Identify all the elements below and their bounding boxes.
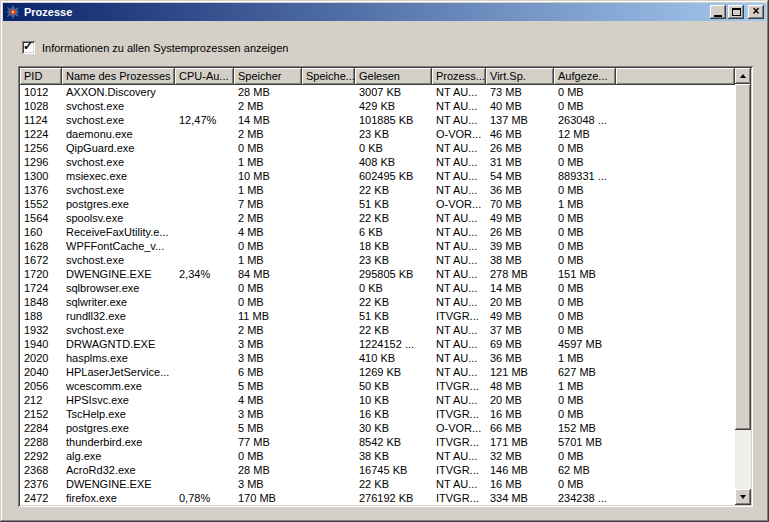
column-header[interactable]: Aufgeze...: [554, 68, 616, 85]
table-cell: 23 KB: [355, 127, 432, 141]
column-header[interactable]: Prozess...: [432, 68, 486, 85]
table-row[interactable]: 2056wcescomm.exe5 MB50 KBITVGR...48 MB1 …: [20, 379, 735, 393]
table-cell: 0 MB: [234, 449, 302, 463]
table-cell: 1940: [20, 337, 62, 351]
table-cell: [175, 155, 234, 169]
table-cell: 2292: [20, 449, 62, 463]
table-cell: 152 MB: [554, 421, 616, 435]
column-header[interactable]: PID: [20, 68, 62, 85]
table-row[interactable]: 1940DRWAGNTD.EXE3 MB1224152 ...NT AU...6…: [20, 337, 735, 351]
process-rows: 1012AXXON.Discovery28 MB3007 KBNT AU...7…: [20, 85, 735, 505]
table-row[interactable]: 1720DWENGINE.EXE2,34%84 MB295805 KBNT AU…: [20, 267, 735, 281]
table-cell: [175, 407, 234, 421]
table-row[interactable]: 2288thunderbird.exe77 MB8542 KBITVGR...1…: [20, 435, 735, 449]
table-cell: 18 KB: [355, 239, 432, 253]
table-row[interactable]: 1848sqlwriter.exe0 MB22 KBNT AU...20 MB0…: [20, 295, 735, 309]
table-row[interactable]: 160ReceiveFaxUtility.e...4 MB6 KBNT AU..…: [20, 225, 735, 239]
table-cell: 0 MB: [554, 477, 616, 491]
column-header[interactable]: Speiche...: [302, 68, 355, 85]
table-cell: 38 MB: [486, 253, 554, 267]
table-row[interactable]: 2040HPLaserJetService...6 MB1269 KBNT AU…: [20, 365, 735, 379]
column-header[interactable]: CPU-Au...: [175, 68, 234, 85]
table-cell: ITVGR...: [432, 407, 486, 421]
scroll-down-button[interactable]: [735, 489, 751, 505]
table-cell: firefox.exe: [62, 491, 175, 505]
table-cell: 10 KB: [355, 393, 432, 407]
table-cell: [175, 141, 234, 155]
table-cell: 1376: [20, 183, 62, 197]
table-row[interactable]: 1672svchost.exe1 MB23 KBNT AU...38 MB0 M…: [20, 253, 735, 267]
table-cell: 1300: [20, 169, 62, 183]
scrollbar-thumb[interactable]: [735, 84, 751, 430]
column-header[interactable]: [616, 68, 735, 85]
table-row[interactable]: 1256QipGuard.exe0 MB0 KBNT AU...26 MB0 M…: [20, 141, 735, 155]
column-header[interactable]: Virt.Sp.: [486, 68, 554, 85]
table-row[interactable]: 1224daemonu.exe2 MB23 KBO-VOR...46 MB12 …: [20, 127, 735, 141]
table-cell: 0 MB: [554, 281, 616, 295]
table-row[interactable]: 2284postgres.exe5 MB30 KBO-VOR...66 MB15…: [20, 421, 735, 435]
table-cell: [175, 295, 234, 309]
table-cell: 70 MB: [486, 197, 554, 211]
title-bar[interactable]: Prozesse ×: [3, 3, 766, 21]
table-cell: 23 KB: [355, 253, 432, 267]
scroll-up-button[interactable]: [735, 68, 751, 84]
table-row[interactable]: 2368AcroRd32.exe28 MB16745 KBITVGR...146…: [20, 463, 735, 477]
show-system-processes-checkbox[interactable]: ✓ Informationen zu allen Systemprozessen…: [22, 41, 288, 54]
table-row[interactable]: 2152TscHelp.exe3 MB16 KBITVGR...16 MB0 M…: [20, 407, 735, 421]
table-cell: ITVGR...: [432, 491, 486, 505]
table-cell: 5 MB: [234, 379, 302, 393]
column-header[interactable]: Speicher: [234, 68, 302, 85]
table-cell: DWENGINE.EXE: [62, 477, 175, 491]
checkbox-box[interactable]: ✓: [22, 41, 35, 54]
table-cell: 2152: [20, 407, 62, 421]
column-header[interactable]: Name des Prozesses: [62, 68, 175, 85]
table-row[interactable]: 212HPSIsvc.exe4 MB10 KBNT AU...20 MB0 MB: [20, 393, 735, 407]
table-cell: 2 MB: [234, 323, 302, 337]
table-row[interactable]: 1124svchost.exe12,47%14 MB101885 KBNT AU…: [20, 113, 735, 127]
vertical-scrollbar[interactable]: [735, 68, 751, 505]
checkmark-icon: ✓: [23, 39, 33, 53]
table-row[interactable]: 1028svchost.exe2 MB429 KBNT AU...40 MB0 …: [20, 99, 735, 113]
table-cell: 51 KB: [355, 197, 432, 211]
minimize-button[interactable]: [710, 5, 726, 19]
table-cell: postgres.exe: [62, 421, 175, 435]
table-cell: NT AU...: [432, 393, 486, 407]
table-row[interactable]: 188rundll32.exe11 MB51 KBITVGR...49 MB0 …: [20, 309, 735, 323]
maximize-button[interactable]: [728, 5, 744, 19]
close-button[interactable]: ×: [748, 5, 764, 19]
table-cell: 627 MB: [554, 365, 616, 379]
table-cell: 1848: [20, 295, 62, 309]
table-cell: 37 MB: [486, 323, 554, 337]
column-header[interactable]: Gelesen: [355, 68, 432, 85]
table-row[interactable]: 1296svchost.exe1 MB408 KBNT AU...31 MB0 …: [20, 155, 735, 169]
table-cell: [302, 407, 355, 421]
table-cell: NT AU...: [432, 337, 486, 351]
table-cell: 22 KB: [355, 211, 432, 225]
table-row[interactable]: 2292alg.exe0 MB38 KBNT AU...32 MB0 MB: [20, 449, 735, 463]
table-cell: [302, 491, 355, 505]
table-row[interactable]: 1724sqlbrowser.exe0 MB0 KBNT AU...14 MB0…: [20, 281, 735, 295]
table-row[interactable]: 2472firefox.exe0,78%170 MB276192 KBITVGR…: [20, 491, 735, 505]
table-row[interactable]: 1564spoolsv.exe2 MB22 KBNT AU...49 MB0 M…: [20, 211, 735, 225]
table-row[interactable]: 1012AXXON.Discovery28 MB3007 KBNT AU...7…: [20, 85, 735, 99]
table-row[interactable]: 1932svchost.exe2 MB22 KBNT AU...37 MB0 M…: [20, 323, 735, 337]
table-cell: 3 MB: [234, 337, 302, 351]
checkbox-label: Informationen zu allen Systemprozessen a…: [42, 42, 288, 54]
table-row[interactable]: 2376DWENGINE.EXE3 MB22 KBNT AU...16 MB0 …: [20, 477, 735, 491]
table-cell: 1269 KB: [355, 365, 432, 379]
table-row[interactable]: 1552postgres.exe7 MB51 KBO-VOR...70 MB1 …: [20, 197, 735, 211]
table-cell: 12 MB: [554, 127, 616, 141]
table-cell: 16 MB: [486, 407, 554, 421]
table-cell: 14 MB: [234, 113, 302, 127]
table-cell: 1720: [20, 267, 62, 281]
table-row[interactable]: 1376svchost.exe1 MB22 KBNT AU...36 MB0 M…: [20, 183, 735, 197]
table-cell: [302, 449, 355, 463]
table-row[interactable]: 2020hasplms.exe3 MB410 KBNT AU...36 MB1 …: [20, 351, 735, 365]
table-cell: [302, 323, 355, 337]
table-cell: sqlbrowser.exe: [62, 281, 175, 295]
table-row[interactable]: 1628WPFFontCache_v...0 MB18 KBNT AU...39…: [20, 239, 735, 253]
table-cell: NT AU...: [432, 281, 486, 295]
table-row[interactable]: 1300msiexec.exe10 MB602495 KBNT AU...54 …: [20, 169, 735, 183]
table-cell: QipGuard.exe: [62, 141, 175, 155]
table-cell: [302, 85, 355, 99]
